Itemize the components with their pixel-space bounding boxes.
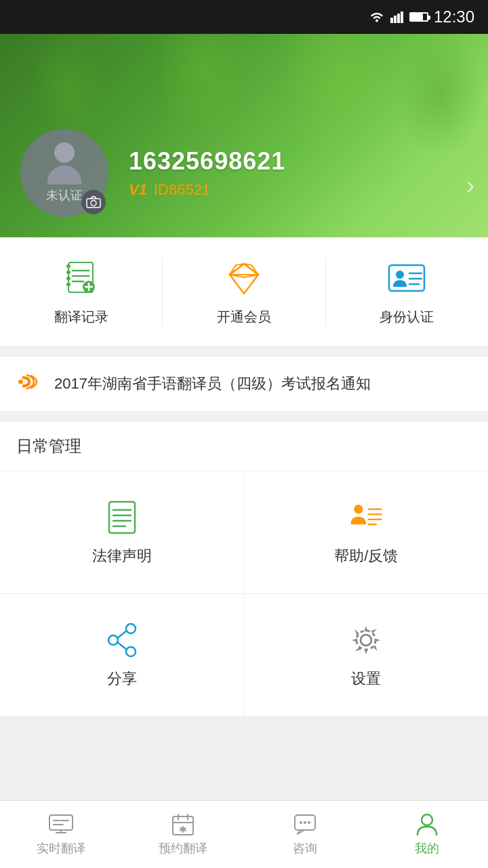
svg-rect-2 — [394, 16, 396, 23]
quick-action-open-vip[interactable]: 开通会员 — [162, 258, 325, 326]
screen-icon — [47, 813, 75, 836]
open-vip-label: 开通会员 — [217, 308, 271, 326]
appointment-icon — [169, 813, 197, 836]
mgmt-row-1: 法律声明 帮助/反馈 — [0, 471, 488, 594]
quick-action-id-auth[interactable]: 身份认证 — [325, 258, 488, 326]
svg-point-43 — [126, 647, 136, 656]
announcement-text: 2017年湖南省手语翻译员（四级）考试报名通知 — [54, 374, 472, 394]
svg-point-6 — [91, 201, 96, 206]
settings-item[interactable]: 设置 — [244, 594, 489, 716]
share-label: 分享 — [107, 669, 137, 689]
legal-label: 法律声明 — [92, 546, 152, 566]
svg-rect-18 — [66, 283, 70, 286]
battery-icon — [409, 12, 428, 22]
svg-rect-17 — [66, 277, 70, 280]
svg-rect-3 — [397, 14, 400, 23]
nav-realtime-label: 实时翻译 — [37, 840, 85, 856]
camera-button[interactable] — [81, 190, 106, 214]
profile-header: 未认证 16325698621 V1 ID86521 › — [0, 34, 488, 237]
share-icon — [103, 621, 141, 659]
svg-point-25 — [396, 271, 404, 279]
svg-point-63 — [300, 821, 302, 824]
svg-point-64 — [304, 821, 306, 824]
share-item[interactable]: 分享 — [0, 594, 244, 716]
svg-marker-23 — [230, 264, 258, 275]
sound-icon — [16, 372, 41, 397]
svg-rect-16 — [66, 271, 70, 274]
profile-id: ID86521 — [154, 181, 210, 199]
person-icon — [413, 813, 441, 836]
nav-consult[interactable]: 咨询 — [244, 801, 366, 868]
quick-action-translate-record[interactable]: 翻译记录 — [0, 258, 162, 326]
quick-actions: 翻译记录 开通会员 — [0, 237, 488, 346]
section-header: 日常管理 — [0, 422, 488, 471]
profile-info: 16325698621 V1 ID86521 — [129, 147, 468, 199]
legal-icon — [103, 498, 141, 536]
translate-record-label: 翻译记录 — [54, 308, 108, 326]
bottom-nav: 实时翻译 预约翻译 — [0, 800, 488, 868]
nav-appointment-label: 预约翻译 — [159, 840, 207, 856]
svg-point-41 — [126, 624, 136, 633]
svg-rect-4 — [401, 12, 403, 23]
diamond-icon — [224, 258, 264, 298]
svg-rect-49 — [49, 815, 73, 830]
svg-point-42 — [108, 635, 118, 645]
mgmt-row-2: 分享 设置 — [0, 594, 488, 717]
notebook-icon — [61, 258, 102, 298]
nav-mine[interactable]: 我的 — [366, 801, 488, 868]
legal-item[interactable]: 法律声明 — [0, 471, 244, 593]
svg-point-0 — [375, 20, 378, 22]
svg-point-65 — [308, 821, 310, 824]
nav-realtime[interactable]: 实时翻译 — [0, 801, 122, 868]
settings-label: 设置 — [351, 669, 381, 689]
nav-mine-label: 我的 — [415, 840, 439, 856]
help-icon — [347, 498, 385, 536]
svg-point-36 — [354, 505, 363, 513]
help-label: 帮助/反馈 — [334, 546, 398, 566]
svg-rect-31 — [109, 502, 135, 533]
help-item[interactable]: 帮助/反馈 — [244, 471, 489, 593]
status-icons: 12:30 — [369, 7, 474, 26]
avatar-label: 未认证 — [46, 187, 83, 203]
nav-consult-label: 咨询 — [293, 840, 317, 856]
nav-appointment[interactable]: 预约翻译 — [122, 801, 244, 868]
profile-phone: 16325698621 — [129, 147, 468, 176]
svg-line-45 — [117, 642, 127, 650]
management-grid: 法律声明 帮助/反馈 — [0, 471, 488, 717]
chevron-right-icon[interactable]: › — [466, 172, 474, 200]
avatar-container[interactable]: 未认证 — [20, 129, 108, 217]
vip-badge: V1 — [129, 181, 147, 199]
idcard-icon — [386, 258, 427, 298]
svg-point-48 — [357, 631, 375, 650]
svg-point-30 — [19, 380, 23, 384]
section-title: 日常管理 — [16, 437, 81, 455]
chat-icon — [291, 813, 319, 836]
announcement-bar[interactable]: 2017年湖南省手语翻译员（四级）考试报名通知 — [0, 357, 488, 411]
signal-icon — [390, 11, 404, 23]
profile-id-row: V1 ID86521 — [129, 181, 468, 199]
svg-point-47 — [361, 635, 371, 646]
settings-icon — [347, 621, 385, 659]
wifi-icon — [369, 11, 385, 23]
status-bar: 12:30 — [0, 0, 488, 34]
time-display: 12:30 — [434, 7, 474, 26]
svg-point-66 — [422, 814, 432, 825]
svg-rect-15 — [66, 264, 70, 268]
svg-rect-1 — [390, 18, 393, 23]
svg-line-44 — [117, 631, 127, 638]
id-auth-label: 身份认证 — [380, 308, 434, 326]
